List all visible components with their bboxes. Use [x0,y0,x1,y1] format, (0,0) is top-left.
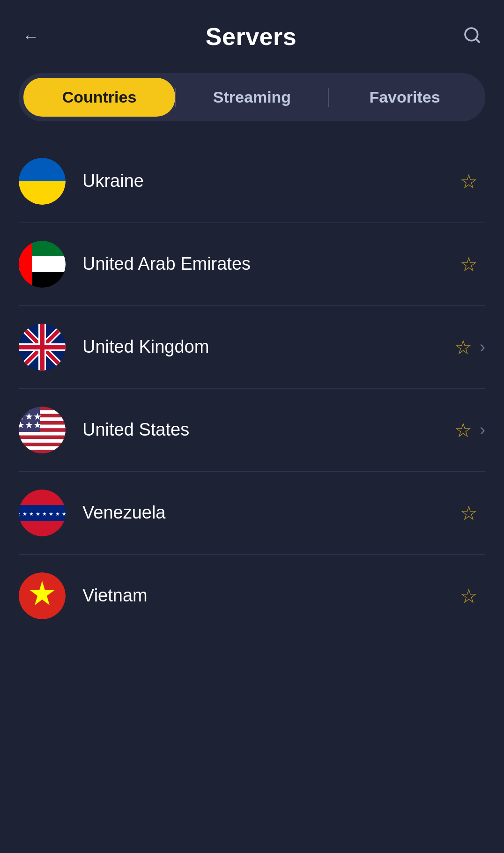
list-item[interactable]: ★★★★★★★★ Venezuela ☆ [19,472,485,555]
flag-us: ★★★ ★★★ [19,407,66,453]
back-button[interactable]: ← [22,28,39,45]
country-name: United Arab Emirates [82,252,460,275]
svg-rect-27 [19,446,66,450]
svg-rect-9 [19,241,32,288]
chevron-right-icon: › [480,420,485,440]
flag-uae [19,241,66,288]
svg-rect-19 [19,345,66,349]
list-item[interactable]: Ukraine ☆ [19,140,485,223]
flag-vietnam [19,572,66,619]
favorite-star[interactable]: ☆ [460,170,478,193]
search-button[interactable] [463,26,482,47]
flag-ukraine [19,158,66,205]
svg-rect-32 [19,490,66,505]
flag-venezuela: ★★★★★★★★ [19,490,66,536]
tabs-container: Countries Streaming Favorites [19,73,485,121]
svg-rect-26 [19,439,66,443]
country-name: United States [82,418,454,441]
flag-uk [19,324,66,371]
country-name: Vietnam [82,584,460,607]
country-name: United Kingdom [82,335,454,358]
list-item[interactable]: Vietnam ☆ [19,555,485,637]
favorite-star[interactable]: ☆ [454,336,472,359]
favorite-star[interactable]: ☆ [460,502,478,525]
page-title: Servers [206,22,296,51]
svg-rect-4 [19,181,66,205]
favorite-star[interactable]: ☆ [460,253,478,276]
country-list: Ukraine ☆ United Arab Emirates ☆ [0,140,504,637]
country-name: Venezuela [82,501,460,524]
svg-text:★★★: ★★★ [19,420,42,430]
svg-text:★★★★★★★★: ★★★★★★★★ [19,511,66,517]
svg-rect-3 [19,158,66,181]
svg-rect-34 [19,521,66,536]
country-name: Ukraine [82,170,460,193]
list-item[interactable]: United Kingdom ☆ › [19,306,485,389]
favorite-star[interactable]: ☆ [454,419,472,442]
list-item[interactable]: ★★★ ★★★ United States ☆ › [19,389,485,472]
tab-countries[interactable]: Countries [23,78,175,117]
svg-rect-25 [19,432,66,436]
list-item[interactable]: United Arab Emirates ☆ [19,223,485,306]
tab-streaming[interactable]: Streaming [176,78,328,117]
header: ← Servers [0,0,504,66]
favorite-star[interactable]: ☆ [460,585,478,608]
svg-rect-22 [19,410,66,414]
svg-line-1 [476,39,479,42]
chevron-right-icon: › [480,337,485,357]
tab-favorites[interactable]: Favorites [329,78,481,117]
